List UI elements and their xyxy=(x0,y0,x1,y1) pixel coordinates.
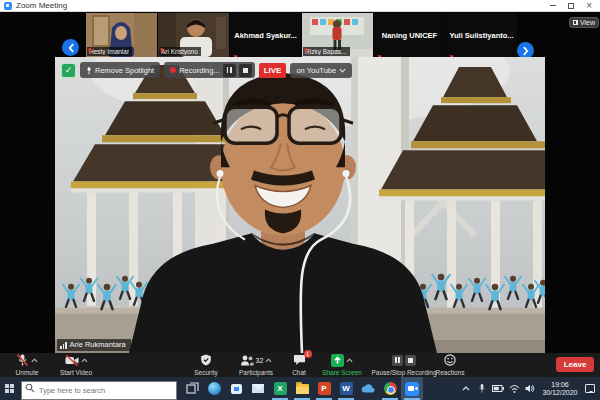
audio-level-icon xyxy=(60,341,67,349)
minimize-button[interactable] xyxy=(550,5,556,6)
caret-up-icon[interactable] xyxy=(346,358,353,363)
view-button[interactable]: View xyxy=(569,17,599,28)
meeting-info-shield-icon[interactable]: ✓ xyxy=(61,63,76,78)
start-button[interactable] xyxy=(0,377,18,400)
muted-mic-icon xyxy=(87,47,93,55)
participant-tile-ari[interactable]: Ari Kristyono xyxy=(158,13,229,57)
video-off-icon xyxy=(65,355,79,366)
recording-dot-icon xyxy=(170,67,176,73)
share-screen-icon xyxy=(331,354,344,367)
chrome-icon xyxy=(384,382,397,395)
caret-up-icon[interactable] xyxy=(265,358,272,363)
main-video: ✓ Remove Spotlight Recording... LIVE on … xyxy=(55,57,545,353)
leave-button[interactable]: Leave xyxy=(556,357,594,372)
meeting-area: Hesty Imaniar Ari Kristyono Ak xyxy=(0,12,600,377)
powerpoint-button[interactable]: P xyxy=(313,377,335,400)
pause-icon[interactable] xyxy=(392,355,403,366)
muted-mic-icon xyxy=(303,47,309,55)
tray-battery-button[interactable] xyxy=(492,377,504,400)
filmstrip-prev-button[interactable] xyxy=(62,39,79,56)
tray-network-button[interactable] xyxy=(508,377,520,400)
store-button[interactable] xyxy=(225,377,247,400)
word-button[interactable]: W xyxy=(335,377,357,400)
participants-count: 32 xyxy=(256,357,264,364)
participant-name: Hesty Imaniar xyxy=(89,48,129,55)
tray-mic-button[interactable] xyxy=(476,377,488,400)
start-video-button[interactable]: Start Video xyxy=(52,354,100,376)
chrome-button[interactable] xyxy=(379,377,401,400)
participant-name: Rizky Bapas... xyxy=(305,48,347,55)
recording-status: Recording... xyxy=(179,66,219,75)
tray-volume-button[interactable] xyxy=(524,377,536,400)
participant-filmstrip: Hesty Imaniar Ari Kristyono Ak xyxy=(86,13,518,57)
caret-down-icon xyxy=(339,68,346,73)
participants-button[interactable]: 32 Participants xyxy=(228,354,284,376)
edge-button[interactable] xyxy=(203,377,225,400)
tray-expand-button[interactable] xyxy=(460,377,472,400)
chat-unread-badge: 1 xyxy=(304,350,312,358)
recording-status-group: Recording... xyxy=(164,62,254,78)
reactions-button[interactable]: Reactions xyxy=(428,354,472,376)
caret-up-icon[interactable] xyxy=(31,358,38,363)
onedrive-button[interactable] xyxy=(357,377,379,400)
file-explorer-button[interactable] xyxy=(291,377,313,400)
stop-recording-button[interactable] xyxy=(239,64,252,77)
close-button[interactable]: × xyxy=(586,3,592,9)
participant-name: Akhmad Syakur... xyxy=(234,31,297,40)
mic-icon xyxy=(478,383,486,394)
action-center-button[interactable] xyxy=(584,377,596,400)
taskbar-clock[interactable]: 19:06 30/12/2020 xyxy=(540,381,580,397)
chevron-right-icon xyxy=(521,45,531,57)
remove-spotlight-button[interactable]: Remove Spotlight xyxy=(80,62,160,78)
battery-icon xyxy=(492,385,504,392)
shield-icon xyxy=(200,354,212,366)
mail-button[interactable] xyxy=(247,377,269,400)
taskbar-search xyxy=(21,379,177,398)
stop-icon[interactable] xyxy=(405,355,416,366)
clock-time: 19:06 xyxy=(540,381,580,389)
security-button[interactable]: Security xyxy=(188,354,224,376)
zoom-icon xyxy=(405,382,419,396)
taskbar-apps: X P W xyxy=(181,377,423,400)
search-input[interactable] xyxy=(21,381,177,400)
search-icon xyxy=(25,383,35,393)
pause-recording-button[interactable] xyxy=(223,64,236,77)
participant-tile-naning[interactable]: Naning UNICEF xyxy=(374,13,445,57)
zoom-taskbar-button[interactable] xyxy=(401,377,423,400)
word-icon: W xyxy=(340,382,353,395)
participant-name: Ari Kristyono xyxy=(161,48,198,55)
store-icon xyxy=(231,384,242,394)
windows-taskbar: X P W 19:06 30/12/2020 xyxy=(0,377,600,400)
unmute-button[interactable]: Unmute xyxy=(6,354,48,376)
muted-mic-icon xyxy=(159,47,165,55)
powerpoint-icon: P xyxy=(318,382,331,395)
zoom-meeting-window: Zoom Meeting × Hest xyxy=(0,0,600,400)
clock-date: 30/12/2020 xyxy=(540,389,580,397)
speaker-name: Arie Rukmantara xyxy=(70,341,126,349)
task-view-icon xyxy=(186,382,199,395)
maximize-button[interactable] xyxy=(568,3,574,9)
smiley-icon xyxy=(444,354,456,366)
participant-tile-rizky[interactable]: Rizky Bapas... xyxy=(302,13,373,57)
edge-icon xyxy=(208,382,221,395)
speaker-icon xyxy=(525,384,535,393)
zoom-app-icon xyxy=(4,2,12,10)
speaker-name-tag: Arie Rukmantara xyxy=(57,339,131,351)
system-tray: 19:06 30/12/2020 xyxy=(460,377,600,400)
main-video-scene xyxy=(55,57,545,353)
participant-tile-yuli[interactable]: Yuli Sulistiyanto... xyxy=(446,13,517,57)
window-titlebar: Zoom Meeting × xyxy=(0,0,600,12)
participant-tile-akhmad[interactable]: Akhmad Syakur... xyxy=(230,13,301,57)
live-badge: LIVE xyxy=(259,63,287,78)
participants-icon xyxy=(240,355,254,366)
excel-button[interactable]: X xyxy=(269,377,291,400)
participant-tile-hesty[interactable]: Hesty Imaniar xyxy=(86,13,157,57)
share-screen-button[interactable]: Share Screen xyxy=(314,354,370,376)
chat-button[interactable]: 1 Chat xyxy=(284,354,314,376)
live-destination-dropdown[interactable]: on YouTube xyxy=(290,63,352,78)
chevron-up-icon xyxy=(462,386,470,391)
excel-icon: X xyxy=(274,382,287,395)
task-view-button[interactable] xyxy=(181,377,203,400)
caret-up-icon[interactable] xyxy=(81,358,88,363)
folder-icon xyxy=(296,384,309,394)
